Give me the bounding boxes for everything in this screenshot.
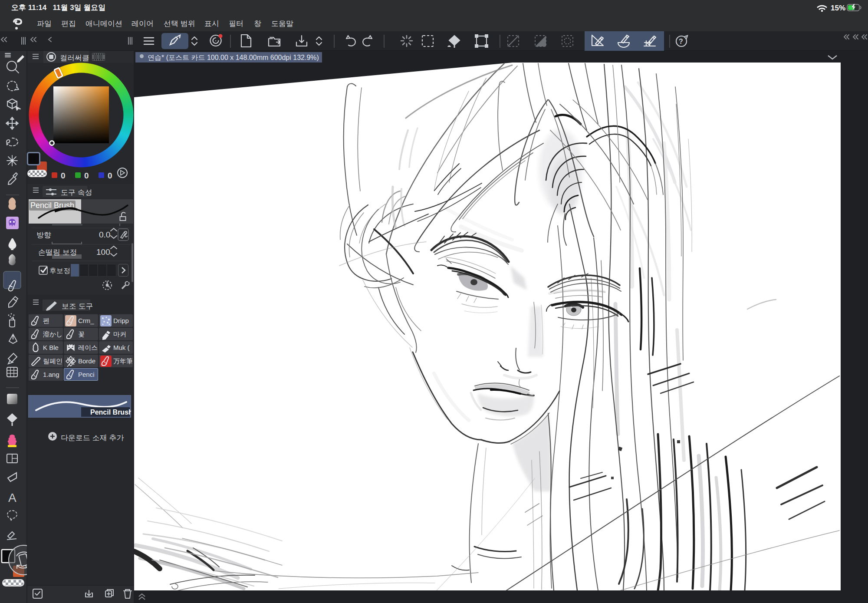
svg-text:?: ? <box>679 38 683 45</box>
svg-text:Pencil Brush: Pencil Brush <box>90 409 131 416</box>
svg-text:A: A <box>8 491 16 504</box>
svg-text:15%: 15% <box>831 4 845 12</box>
